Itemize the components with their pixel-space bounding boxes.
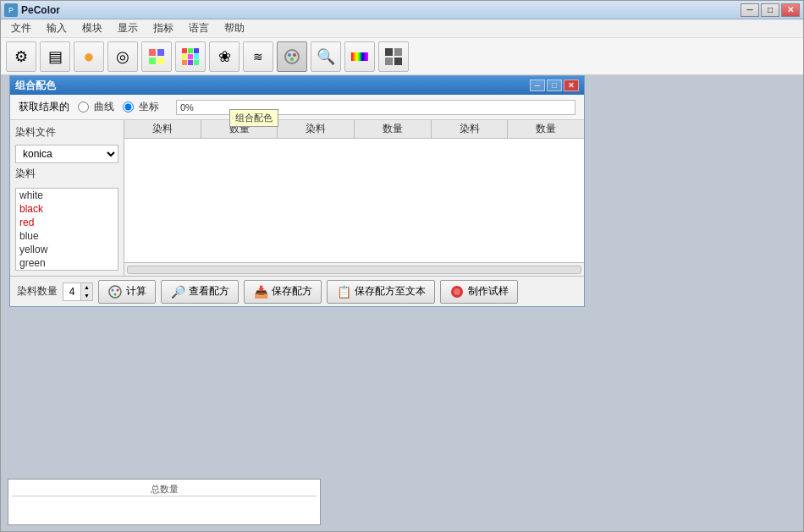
title-bar: P PeColor ─ □ ✕ [1, 1, 803, 19]
menu-bar: 文件 输入 模块 显示 指标 语言 帮助 [1, 19, 803, 38]
table-body [124, 139, 584, 262]
save-formula-text-label: 保存配方至文本 [355, 284, 426, 299]
menu-file[interactable]: 文件 [4, 19, 38, 37]
svg-rect-5 [188, 48, 193, 53]
dye-label: 染料 [15, 167, 118, 181]
radio-group-coordinate: 坐标 [123, 100, 159, 114]
scrollbar-area [124, 262, 584, 276]
close-button[interactable]: ✕ [781, 3, 800, 17]
save-formula-text-button[interactable]: 📋 保存配方至文本 [327, 280, 435, 304]
app-title: PeColor [21, 4, 741, 16]
svg-rect-3 [157, 58, 164, 64]
dye-item-green[interactable]: green [16, 256, 118, 270]
dye-item-blue[interactable]: blue [16, 229, 118, 243]
radio-coordinate[interactable] [123, 101, 134, 112]
options-bar: 获取结果的 曲线 坐标 0% [10, 95, 584, 120]
dye-list: white black red blue yellow green [15, 188, 118, 271]
barcode-tool-button[interactable]: ▤ [40, 41, 70, 72]
save-formula-label: 保存配方 [272, 284, 312, 299]
bottom-toolbar: 染料数量 4 ▲ ▼ [10, 276, 584, 306]
dye-count-label: 染料数量 [17, 284, 58, 299]
dye-item-white[interactable]: white [16, 189, 118, 202]
dye-file-dropdown[interactable]: konica [15, 145, 118, 163]
svg-rect-8 [188, 54, 193, 59]
th-qty-2: 数量 [355, 120, 432, 138]
save-formula-icon: 📥 [253, 284, 268, 299]
horizontal-scrollbar[interactable] [127, 266, 581, 274]
save-formula-button[interactable]: 📥 保存配方 [244, 280, 322, 304]
svg-point-24 [117, 288, 119, 291]
main-panel: 染料文件 konica 染料 white black red blue yell… [10, 120, 584, 276]
calculate-button[interactable]: 计算 [98, 280, 156, 304]
options-label: 获取结果的 [19, 100, 69, 114]
calculate-icon [107, 284, 123, 299]
th-dye-1: 染料 [124, 120, 201, 138]
make-sample-label: 制作试样 [468, 284, 509, 299]
menu-metrics[interactable]: 指标 [146, 19, 180, 37]
radio-curve[interactable] [78, 101, 89, 112]
app-icon: P [4, 3, 18, 17]
left-panel: 染料文件 konica 染料 white black red blue yell… [10, 120, 124, 276]
svg-rect-12 [194, 60, 199, 65]
svg-point-15 [293, 53, 296, 57]
dye-item-red[interactable]: red [16, 216, 118, 229]
radio-group-curve: 曲线 [78, 100, 114, 114]
svg-point-14 [288, 53, 291, 57]
sub-window-combine-color: 组合配色 ─ □ ✕ 获取结果的 曲线 坐标 [9, 75, 585, 307]
spinner-down[interactable]: ▼ [80, 292, 92, 300]
gear-tool-button[interactable]: ⚙ [6, 41, 36, 72]
th-dye-2: 染料 [278, 120, 355, 138]
info-box: 总数量 [8, 479, 321, 525]
flower-tool-button[interactable]: ❀ [209, 41, 240, 72]
svg-rect-9 [194, 54, 199, 59]
svg-rect-17 [351, 52, 368, 61]
svg-rect-18 [385, 48, 393, 56]
grid-color-tool-button[interactable] [175, 41, 206, 72]
svg-point-23 [112, 288, 114, 291]
dye-file-label: 染料文件 [15, 125, 118, 140]
table-area: 染料 数量 染料 数量 染料 数量 [124, 120, 584, 276]
minimize-button[interactable]: ─ [741, 3, 759, 17]
view-formula-button[interactable]: 🔎 查看配方 [161, 280, 239, 304]
dye-count-value: 4 [69, 286, 75, 298]
circle-tool-button[interactable]: ● [74, 41, 104, 72]
bottom-info-area: 总数量 [1, 472, 803, 531]
palette-small-tool-button[interactable] [141, 41, 172, 72]
target-tool-button[interactable]: ◎ [107, 41, 138, 72]
rainbow-tool-button[interactable] [344, 41, 375, 72]
svg-rect-1 [157, 49, 164, 56]
title-bar-buttons: ─ □ ✕ [741, 3, 800, 17]
menu-language[interactable]: 语言 [182, 19, 216, 37]
main-window: P PeColor ─ □ ✕ 文件 输入 模块 显示 指标 语言 帮助 ⚙ ▤… [0, 0, 804, 532]
th-qty-3: 数量 [508, 120, 584, 138]
svg-rect-2 [149, 58, 156, 64]
toolbar: ⚙ ▤ ● ◎ ❀ ≋ [1, 38, 803, 75]
maximize-button[interactable]: □ [761, 3, 779, 17]
calculate-label: 计算 [126, 284, 146, 299]
svg-rect-4 [182, 48, 187, 53]
sub-close-button[interactable]: ✕ [564, 80, 579, 91]
svg-rect-21 [394, 58, 402, 65]
menu-help[interactable]: 帮助 [218, 19, 251, 37]
paint-circle-tool-button[interactable] [277, 41, 307, 72]
sub-minimize-button[interactable]: ─ [530, 80, 545, 91]
dye-item-yellow[interactable]: yellow [16, 243, 118, 256]
sub-window-title: 组合配色 [15, 79, 528, 93]
svg-point-25 [114, 293, 117, 295]
make-sample-icon [449, 284, 465, 299]
mosaic-tool-button[interactable] [378, 41, 409, 72]
content-area: 组合配色 ─ □ ✕ 获取结果的 曲线 坐标 [1, 75, 803, 531]
dye-item-black[interactable]: black [16, 202, 118, 216]
search-tool-button[interactable]: 🔍 [311, 41, 341, 72]
spinner-up[interactable]: ▲ [80, 283, 92, 292]
sub-maximize-button[interactable]: □ [547, 80, 562, 91]
menu-display[interactable]: 显示 [111, 19, 145, 37]
filter-tool-button[interactable]: ≋ [243, 41, 273, 72]
th-dye-3: 染料 [432, 120, 509, 138]
svg-rect-11 [188, 60, 193, 65]
save-formula-text-icon: 📋 [336, 284, 351, 299]
make-sample-button[interactable]: 制作试样 [440, 280, 518, 304]
menu-module[interactable]: 模块 [75, 19, 109, 37]
menu-input[interactable]: 输入 [40, 19, 74, 37]
svg-rect-6 [194, 48, 199, 53]
